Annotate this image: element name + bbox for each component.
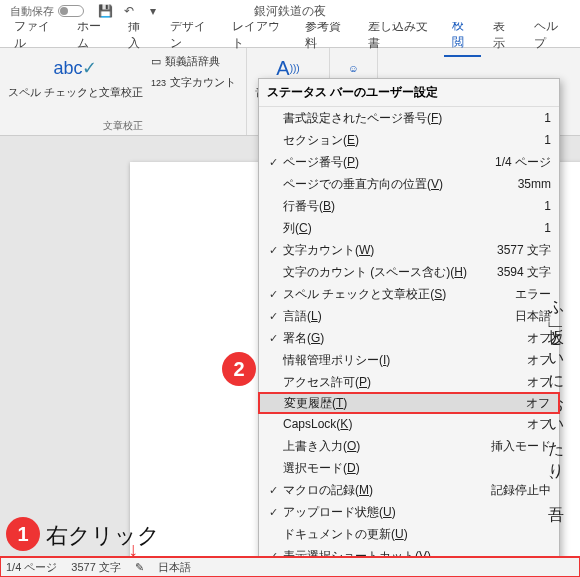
menu-item-label: CapsLock(K) <box>283 417 481 431</box>
menu-item-label: 書式設定されたページ番号(F) <box>283 110 481 127</box>
count-icon: 123 <box>151 78 166 88</box>
context-menu-item[interactable]: 文字のカウント (スペース含む)(H)3594 文字 <box>259 261 559 283</box>
book-icon: ▭ <box>151 55 161 68</box>
wordcount-button[interactable]: 123文字カウント <box>149 73 238 92</box>
menu-item-label: 変更履歴(T) <box>284 395 480 412</box>
context-menu-item[interactable]: 列(C)1 <box>259 217 559 239</box>
menu-item-value: 3577 文字 <box>481 242 551 259</box>
context-menu-item[interactable]: ✓言語(L)日本語 <box>259 305 559 327</box>
group-label-proofing: 文章校正 <box>103 117 143 133</box>
spellcheck-icon: abc✓ <box>59 52 91 84</box>
menu-item-label: 上書き入力(O) <box>283 438 481 455</box>
callout-2-badge: 2 <box>222 352 256 386</box>
check-icon: ✓ <box>263 244 283 257</box>
quick-access-toolbar: 💾 ↶ ▾ <box>96 2 162 20</box>
context-menu-item[interactable]: アクセス許可(P)オフ <box>259 371 559 393</box>
menu-item-label: 行番号(B) <box>283 198 481 215</box>
menu-item-label: スペル チェックと文章校正(S) <box>283 286 481 303</box>
title-bar: 自動保存 💾 ↶ ▾ 銀河鉄道の夜 <box>0 0 580 22</box>
context-menu-item[interactable]: ページでの垂直方向の位置(V)35mm <box>259 173 559 195</box>
status-wordcount[interactable]: 3577 文字 <box>71 560 121 575</box>
menu-item-label: 言語(L) <box>283 308 481 325</box>
context-menu-item[interactable]: 書式設定されたページ番号(F)1 <box>259 107 559 129</box>
toggle-off-icon[interactable] <box>58 5 84 17</box>
callout-1-badge: 1 <box>6 517 40 551</box>
context-menu-item[interactable]: ✓署名(G)オフ <box>259 327 559 349</box>
menu-item-label: ドキュメントの更新(U) <box>283 526 481 543</box>
menu-item-value: オフ <box>480 395 550 412</box>
check-icon: ✓ <box>263 310 283 323</box>
arrow-down-icon: ↓ <box>128 538 138 561</box>
statusbar-context-menu: ステータス バーのユーザー設定 書式設定されたページ番号(F)1セクション(E)… <box>258 78 560 577</box>
check-icon: ✓ <box>263 332 283 345</box>
menu-item-label: ページでの垂直方向の位置(V) <box>283 176 481 193</box>
menu-item-value: 1 <box>481 199 551 213</box>
context-menu-item[interactable]: ✓ページ番号(P)1/4 ページ <box>259 151 559 173</box>
context-menu-item[interactable]: ドキュメントの更新(U) <box>259 523 559 545</box>
context-menu-item[interactable]: 行番号(B)1 <box>259 195 559 217</box>
status-bar[interactable]: 1/4 ページ 3577 文字 ✎ 日本語 <box>0 557 580 577</box>
context-menu-item[interactable]: 情報管理ポリシー(I)オフ <box>259 349 559 371</box>
menu-item-label: 文字のカウント (スペース含む)(H) <box>283 264 481 281</box>
spellcheck-button[interactable]: abc✓ スペル チェックと文章校正 <box>8 52 143 100</box>
context-menu-item[interactable]: 変更履歴(T)オフ <box>258 392 560 414</box>
status-page[interactable]: 1/4 ページ <box>6 560 57 575</box>
menu-item-label: 文字カウント(W) <box>283 242 481 259</box>
check-icon: ✓ <box>263 288 283 301</box>
menu-item-value: 1/4 ページ <box>481 154 551 171</box>
menu-item-value: 1 <box>481 111 551 125</box>
autosave-toggle[interactable]: 自動保存 <box>10 4 84 19</box>
menu-item-value: 1 <box>481 133 551 147</box>
context-menu-item[interactable]: ✓文字カウント(W)3577 文字 <box>259 239 559 261</box>
menu-item-label: 列(C) <box>283 220 481 237</box>
menu-item-value: 1 <box>481 221 551 235</box>
status-language[interactable]: 日本語 <box>158 560 191 575</box>
context-menu-title: ステータス バーのユーザー設定 <box>259 79 559 107</box>
document-title: 銀河鉄道の夜 <box>254 3 326 20</box>
save-icon[interactable]: 💾 <box>96 2 114 20</box>
check-icon: ✓ <box>263 484 283 497</box>
menu-item-label: 署名(G) <box>283 330 481 347</box>
check-icon: ✓ <box>263 506 283 519</box>
menu-item-label: アップロード状態(U) <box>283 504 481 521</box>
context-menu-item[interactable]: ✓スペル チェックと文章校正(S)エラー <box>259 283 559 305</box>
undo-icon[interactable]: ↶ <box>120 2 138 20</box>
ribbon-tabs: ファイル ホーム 挿入 デザイン レイアウト 参考資料 差し込み文書 校閲 表示… <box>0 22 580 48</box>
check-icon: ✓ <box>263 156 283 169</box>
menu-item-value: 35mm <box>481 177 551 191</box>
menu-item-value: 3594 文字 <box>481 264 551 281</box>
qat-dropdown-icon[interactable]: ▾ <box>144 2 162 20</box>
context-menu-item[interactable]: セクション(E)1 <box>259 129 559 151</box>
context-menu-item[interactable]: CapsLock(K)オフ <box>259 413 559 435</box>
context-menu-item[interactable]: 選択モード(D) <box>259 457 559 479</box>
ribbon-group-proofing: abc✓ スペル チェックと文章校正 ▭類義語辞典 123文字カウント 文章校正 <box>0 48 247 135</box>
context-menu-item[interactable]: ✓アップロード状態(U) <box>259 501 559 523</box>
context-menu-item[interactable]: ✓マクロの記録(M)記録停止中 <box>259 479 559 501</box>
menu-item-label: アクセス許可(P) <box>283 374 481 391</box>
thesaurus-button[interactable]: ▭類義語辞典 <box>149 52 238 71</box>
menu-item-label: 選択モード(D) <box>283 460 481 477</box>
menu-item-label: 情報管理ポリシー(I) <box>283 352 481 369</box>
status-proof-icon[interactable]: ✎ <box>135 561 144 574</box>
menu-item-label: ページ番号(P) <box>283 154 481 171</box>
menu-item-label: マクロの記録(M) <box>283 482 481 499</box>
callout-1-text: 右クリック <box>46 521 160 551</box>
autosave-label: 自動保存 <box>10 4 54 19</box>
context-menu-item[interactable]: 上書き入力(O)挿入モード <box>259 435 559 457</box>
menu-item-label: セクション(E) <box>283 132 481 149</box>
